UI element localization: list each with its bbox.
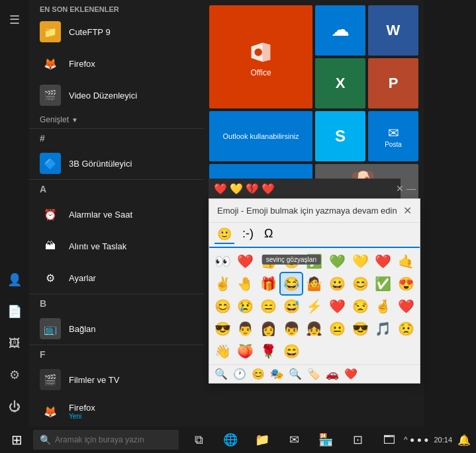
emoji-peach[interactable]: 🍑 xyxy=(235,341,256,362)
emoji-call-me[interactable]: 🤙 xyxy=(395,251,416,272)
tile-outlook-info[interactable]: Outlook kullanabilirsiniz xyxy=(209,111,312,161)
mail-taskbar-button[interactable]: ✉ xyxy=(279,427,309,453)
app-firefox-1[interactable]: 🦊 Firefox xyxy=(29,48,204,79)
emoji-man[interactable]: 👨 xyxy=(235,318,256,339)
hamburger-icon[interactable]: ☰ xyxy=(0,5,29,34)
taskbar-search-box[interactable]: 🔍 xyxy=(33,430,179,450)
app-settings[interactable]: ⚙ Ayarlar xyxy=(29,262,204,294)
multi-desktop-button[interactable]: ⊡ xyxy=(343,427,372,453)
app-connect[interactable]: 📺 Bağlan xyxy=(29,313,204,345)
emoji-bar-heart3[interactable]: 💔 xyxy=(246,183,259,195)
emoji-tab-face[interactable]: 🙂 xyxy=(214,226,234,244)
desktop-switch-button[interactable]: 🗔 xyxy=(375,427,404,453)
emoji-smile[interactable]: 😊 xyxy=(281,251,302,272)
app-alarms[interactable]: ⏰ Alarmlar ve Saat xyxy=(29,198,204,230)
store-taskbar-button[interactable]: 🏪 xyxy=(311,427,340,453)
emoji-thumbs-up[interactable]: 👍 xyxy=(258,251,279,272)
emoji-music[interactable]: 🎵 xyxy=(373,318,394,339)
emoji-heart-red2[interactable]: ❤️ xyxy=(373,251,394,272)
emoji-smile2[interactable]: 😊 xyxy=(212,296,233,317)
emoji-bar: ❤️ 💛 💔 ❤️ ✕ — xyxy=(209,179,401,198)
firefox-icon-2: 🦊 xyxy=(40,401,61,422)
emoji-expressionless[interactable]: 😐 xyxy=(326,318,348,339)
emoji-sweat-smile[interactable]: 😅 xyxy=(281,296,302,317)
emoji-zap[interactable]: ⚡ xyxy=(304,296,325,317)
emoji-unamused[interactable]: 😒 xyxy=(350,296,371,317)
emoji-worried[interactable]: 😟 xyxy=(395,318,416,339)
footer-tag-icon[interactable]: 🏷️ xyxy=(307,368,320,380)
emoji-shrug[interactable]: 🤷 xyxy=(304,273,325,294)
explorer-taskbar-button[interactable]: 📁 xyxy=(248,427,277,453)
emoji-peace[interactable]: ✌️ xyxy=(212,273,233,294)
emoji-heart-eyes[interactable]: 😍 xyxy=(395,273,416,294)
emoji-wave[interactable]: 🤚 xyxy=(235,273,256,294)
emoji-eyes[interactable]: 👀 xyxy=(212,251,233,272)
app-movies[interactable]: 🎬 Filmler ve TV xyxy=(29,364,204,395)
app-cuteftp[interactable]: 📁 CuteFTP 9 xyxy=(29,16,204,48)
emoji-picker-close-icon[interactable]: ✕ xyxy=(403,204,412,217)
emoji-bar-menu-icon[interactable]: — xyxy=(406,183,416,194)
footer-face-icon[interactable]: 😊 xyxy=(252,368,265,380)
emoji-heart-yellow[interactable]: 💛 xyxy=(350,251,371,272)
emoji-neutral[interactable]: 😑 xyxy=(258,296,279,317)
pictures-sidebar-icon[interactable]: 🖼 xyxy=(0,329,29,358)
emoji-joy-tears[interactable]: 😂 sevinç gözyaşları xyxy=(281,273,302,294)
footer-activity-icon[interactable]: 🎭 xyxy=(270,368,283,380)
emoji-bar-heart4[interactable]: ❤️ xyxy=(262,183,275,195)
emoji-bar-close-icon[interactable]: ✕ xyxy=(396,183,404,194)
emoji-crossed-fingers[interactable]: 🤞 xyxy=(373,296,394,317)
app-3d-viewer[interactable]: 🔷 3B Görüntüleyici xyxy=(29,147,204,179)
emoji-bar-heart2[interactable]: 💛 xyxy=(230,183,243,195)
emoji-heart-red[interactable]: ❤️ xyxy=(235,251,256,272)
start-sidebar: ☰ 👤 📄 🖼 ⚙ ⏻ xyxy=(0,0,29,427)
emoji-bar-heart1[interactable]: ❤️ xyxy=(214,183,227,195)
emoji-checkmark-green[interactable]: ✅ xyxy=(304,251,325,272)
app-name-movies: Filmler ve TV xyxy=(69,375,119,385)
app-snip[interactable]: 🏔 Alıntı ve Taslak xyxy=(29,230,204,262)
emoji-cool[interactable]: 😎 xyxy=(350,318,371,339)
emoji-woman[interactable]: 👩 xyxy=(258,318,279,339)
emoji-girl[interactable]: 👧 xyxy=(304,318,325,339)
footer-heart-icon[interactable]: ❤️ xyxy=(344,368,357,380)
documents-sidebar-icon[interactable]: 📄 xyxy=(0,297,29,326)
tile-posta[interactable]: ✉ Posta xyxy=(368,111,418,161)
emoji-crying-heart[interactable]: 😢 xyxy=(235,296,256,317)
tile-word[interactable]: W xyxy=(368,5,418,56)
emoji-gift[interactable]: 🎁 xyxy=(258,273,279,294)
footer-clock-icon[interactable]: 🕐 xyxy=(233,368,246,380)
footer-car-icon[interactable]: 🚗 xyxy=(326,368,339,380)
power-sidebar-icon[interactable]: ⏻ xyxy=(0,392,29,421)
genislet-button[interactable]: Genişlet ▼ xyxy=(29,111,204,128)
tile-office[interactable]: Office xyxy=(209,5,312,108)
tile-excel[interactable]: X xyxy=(315,58,365,108)
tile-ppt[interactable]: P xyxy=(368,58,418,108)
chevron-down-icon: ▼ xyxy=(71,116,78,124)
settings-sidebar-icon[interactable]: ⚙ xyxy=(0,360,29,390)
user-sidebar-icon[interactable]: 👤 xyxy=(0,265,29,294)
emoji-tab-ascii[interactable]: :-) xyxy=(240,226,256,244)
emoji-check2[interactable]: ✅ xyxy=(373,273,394,294)
emoji-heart-red4[interactable]: ❤️ xyxy=(395,296,416,317)
start-button[interactable]: ⊞ xyxy=(0,427,33,453)
edge-taskbar-button[interactable]: 🌐 xyxy=(216,427,245,453)
emoji-heart-red3[interactable]: ❤️ xyxy=(326,296,348,317)
emoji-bar-search-input[interactable] xyxy=(277,183,393,194)
emoji-grin[interactable]: 😀 xyxy=(326,273,348,294)
tile-skype[interactable]: S xyxy=(315,111,365,161)
emoji-beam[interactable]: 😄 xyxy=(281,341,302,362)
task-view-button[interactable]: ⧉ xyxy=(184,427,213,453)
emoji-sunglasses[interactable]: 😎 xyxy=(212,318,233,339)
footer-search2-icon[interactable]: 🔍 xyxy=(289,368,302,380)
footer-search-icon[interactable]: 🔍 xyxy=(214,368,228,380)
notification-icon[interactable]: 🔔 xyxy=(457,434,471,446)
emoji-rose[interactable]: 🌹 xyxy=(258,341,279,362)
tile-onedrive[interactable]: ☁ xyxy=(315,5,365,56)
emoji-blush[interactable]: 😊 xyxy=(350,273,371,294)
emoji-boy[interactable]: 👦 xyxy=(281,318,302,339)
app-firefox-2[interactable]: 🦊 Firefox Yeni xyxy=(29,395,204,427)
emoji-tab-symbols[interactable]: Ω xyxy=(262,226,275,244)
app-video-editor[interactable]: 🎬 Video Düzenleyici xyxy=(29,79,204,111)
emoji-hand-wave[interactable]: 👋 xyxy=(212,341,233,362)
taskbar-search-input[interactable] xyxy=(55,435,172,444)
emoji-heart-green[interactable]: 💚 xyxy=(326,251,348,272)
